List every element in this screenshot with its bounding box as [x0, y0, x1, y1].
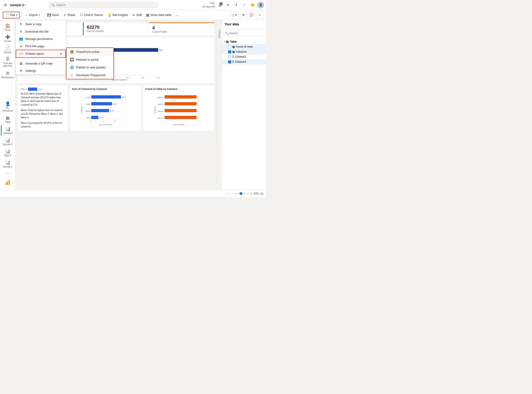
sidebar-item-table5[interactable]: 📊 Table 5: [1, 148, 15, 158]
embed-submenu-publish[interactable]: 🌐 Publish to web (public): [66, 63, 113, 71]
sidebar-item-sample2[interactable]: 📊 Sample 2: [1, 125, 15, 136]
svg-text:0.2: 0.2: [102, 121, 104, 122]
menu-item-save-copy[interactable]: ⧉ Save a copy: [16, 20, 66, 28]
create-icon: ➕: [5, 34, 10, 39]
sidebar-item-home[interactable]: 🏠 Home: [1, 22, 15, 33]
insights-icon: 💡: [107, 13, 111, 17]
search-input[interactable]: [56, 3, 156, 7]
toolbar-separator1: [21, 13, 21, 17]
sidebar: 🏠 Home ➕ Create 📄 Browse 🗄 OneLake data …: [0, 20, 15, 190]
table-nav-label: Table: [5, 121, 10, 123]
embed-label: Embed report: [26, 52, 44, 55]
manage-permissions-label: Manage permissions: [25, 37, 53, 41]
settings-button[interactable]: ⚙: [225, 2, 231, 8]
app-title[interactable]: Sample 2 ▾: [10, 3, 26, 7]
zoom-plus-icon[interactable]: +: [250, 192, 252, 195]
zoom-minus-icon[interactable]: −: [228, 192, 230, 195]
teams-icon: 🗨: [80, 13, 83, 17]
chart-card-count-by-col1: Count of Table by Column1 Column1 Menu 1…: [143, 85, 214, 131]
comment-button[interactable]: 💬: [248, 12, 255, 18]
menu-item-settings[interactable]: ⚙ Settings: [16, 67, 66, 74]
menu-item-qr-code[interactable]: ▦ Generate a QR code: [16, 60, 66, 67]
tree-column1[interactable]: ✓ ▦ Column1: [222, 49, 266, 54]
notification-button[interactable]: 🔔 8: [216, 2, 223, 8]
data-search-area[interactable]: 🔍: [224, 30, 264, 36]
sharepoint-icon: 🟢: [70, 50, 74, 54]
view-toggle[interactable]: ⬜ ▾: [229, 12, 239, 18]
sidebar-item-workspaces[interactable]: ⊞ Workspaces: [1, 69, 15, 80]
refresh-button[interactable]: ↻: [240, 12, 247, 18]
svg-text:4589: 4589: [86, 117, 90, 119]
help-button[interactable]: ?: [241, 2, 248, 8]
insights-button[interactable]: 💡 Get insights: [106, 12, 130, 18]
file-icon: 📄: [5, 13, 9, 17]
save-label: Save: [52, 13, 59, 17]
search-bar[interactable]: 🔍: [49, 2, 158, 8]
menu-item-download[interactable]: ⬇ Download this file: [16, 28, 66, 35]
file-button[interactable]: 📄 File ▾: [3, 12, 20, 18]
sidebar-item-onelake[interactable]: 🗄 OneLake data hub: [1, 55, 15, 69]
count-checkbox[interactable]: [228, 45, 231, 48]
embed-submenu-website[interactable]: 🔲 Website or portal: [66, 56, 113, 63]
insights-label: Get insights: [112, 13, 128, 17]
home-label: Home: [5, 29, 11, 31]
svg-text:1: 1: [197, 110, 198, 112]
export-button[interactable]: ↔ Export ▾: [23, 12, 42, 18]
fit-page-icon[interactable]: ⊞: [261, 192, 263, 195]
edit-button[interactable]: ✏ Edit: [131, 12, 143, 18]
sharepoint-label: SharePoint online: [76, 50, 100, 54]
embed-submenu: 🟢 SharePoint online 🔲 Website or portal …: [66, 47, 114, 79]
svg-rect-50: [164, 109, 196, 112]
avatar[interactable]: 👤: [257, 2, 264, 8]
menu-item-manage-permissions[interactable]: 👥 Manage permissions: [16, 35, 66, 42]
column2-checkbox[interactable]: [228, 55, 231, 58]
column1-checkbox[interactable]: ✓: [228, 50, 231, 53]
sidebar-more[interactable]: ···: [5, 170, 10, 177]
app-grid-icon[interactable]: ⊞: [2, 2, 9, 8]
download-button[interactable]: ⬇: [233, 2, 240, 8]
feedback-button[interactable]: 🙂: [249, 2, 256, 8]
kpi-value-3: 4: [152, 25, 211, 31]
sidebar-item-sample1[interactable]: 📊 Sample 1: [1, 136, 15, 147]
home-icon: 🏠: [5, 23, 10, 28]
show-data-button[interactable]: ▦ Show data table: [144, 12, 173, 18]
svg-rect-2: [9, 180, 10, 185]
tree-count-of-rows[interactable]: ▦ Count of rows: [222, 44, 266, 49]
sidebar-item-table[interactable]: ▦ Table: [1, 114, 15, 125]
data-search-input[interactable]: [224, 30, 264, 36]
browse-icon: 📄: [5, 46, 10, 51]
chat-teams-button[interactable]: 🗨 Chat in Teams: [78, 12, 105, 18]
tree-column3[interactable]: ✓ Σ Column3: [222, 59, 266, 64]
sidebar-item-browse[interactable]: 📄 Browse: [1, 44, 15, 55]
kpi-card-3: 4 Count of Table: [149, 22, 214, 35]
tree-column2[interactable]: Σ Column2: [222, 54, 266, 59]
power-bi-logo: [5, 179, 11, 185]
menu-item-print[interactable]: 🖨 Print this page: [16, 42, 66, 50]
menu-item-embed[interactable]: </> Embed report ▶: [16, 50, 66, 58]
text-insights-card: Menu 4 0.12 At 0.50, Menu 3 had the high…: [18, 85, 68, 131]
chart-row-2: Menu 4 0.12 At 0.50, Menu 3 had the high…: [18, 85, 214, 131]
sidebar-item-my-workspace[interactable]: 👤 My workspace: [1, 100, 15, 114]
zoom-slider[interactable]: [231, 193, 249, 194]
share-button[interactable]: ↗ Share: [61, 12, 77, 18]
svg-rect-35: [91, 116, 98, 119]
embed-submenu-developer[interactable]: ◇ Developer Playground: [66, 71, 113, 79]
embed-submenu-sharepoint[interactable]: 🟢 SharePoint online: [66, 48, 113, 56]
chart-3-svg: Column1 Menu 1 1 Menu 2 1 Menu 3 1: [145, 92, 212, 127]
data-panel-header: Your data: [222, 20, 266, 29]
file-menu: ⧉ Save a copy ⬇ Download this file 👥 Man…: [15, 20, 66, 75]
svg-text:Sum of Column2: Sum of Column2: [112, 79, 127, 80]
search-icon: 🔍: [51, 3, 55, 7]
chat-teams-label: Chat in Teams: [84, 13, 103, 17]
column3-checkbox[interactable]: ✓: [228, 60, 231, 63]
sidebar-item-create[interactable]: ➕ Create: [1, 33, 15, 44]
filters-panel[interactable]: Filters: [217, 20, 222, 190]
bookmark-button[interactable]: ☆: [256, 12, 263, 18]
tree-table-item[interactable]: ▾ ▦ Table: [222, 39, 266, 44]
svg-text:1: 1: [198, 121, 199, 122]
save-button[interactable]: 💾 Save: [45, 12, 61, 18]
more-button[interactable]: ...: [174, 12, 180, 18]
svg-text:0.35: 0.35: [113, 103, 117, 105]
sidebar-item-sample1b[interactable]: 📊 Sample 1: [1, 159, 15, 169]
svg-text:0.50: 0.50: [122, 96, 126, 98]
